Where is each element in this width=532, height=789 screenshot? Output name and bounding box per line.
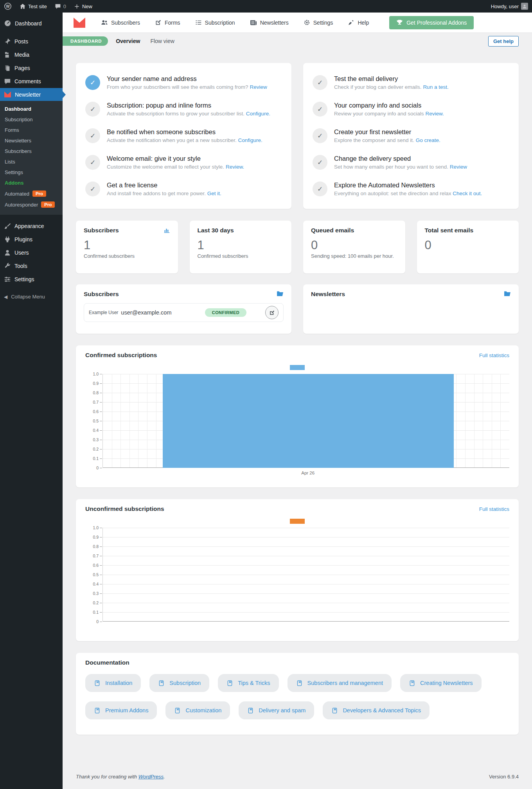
submenu-item-subscribers[interactable]: Subscribers	[0, 146, 63, 156]
plugin-nav-label: Newsletters	[260, 20, 289, 26]
new-content-menu[interactable]: New	[70, 0, 96, 13]
submenu-item-newsletters[interactable]: Newsletters	[0, 135, 63, 146]
check-icon[interactable]: ✓	[313, 155, 327, 170]
comments-bubble[interactable]: 0	[51, 0, 70, 13]
sidebar-item-label: Pages	[14, 65, 30, 71]
doc-button-tips-and-tricks[interactable]: Tips & Tricks	[218, 674, 279, 692]
checklist-row: ✓ Your sender name and address From who …	[76, 63, 519, 209]
doc-button-subscribers-and-management[interactable]: Subscribers and management	[288, 674, 392, 692]
plugin-nav-subscribers[interactable]: Subscribers	[101, 20, 140, 26]
check-it-out-link[interactable]: Check it out.	[453, 191, 482, 196]
run-a-test-link[interactable]: Run a test.	[423, 84, 448, 90]
checklist-item-title: Be notified when someone subscribes	[107, 128, 262, 136]
newsletters-list-card: Newsletters	[303, 284, 519, 334]
sidebar-item-comments[interactable]: Comments	[0, 75, 63, 88]
plugin-nav-subscription[interactable]: Subscription	[195, 19, 235, 26]
sidebar-item-pages[interactable]: Pages	[0, 61, 63, 75]
account-menu[interactable]: Howdy, user	[487, 0, 532, 13]
tab-flow-view[interactable]: Flow view	[150, 38, 174, 44]
go-create-link[interactable]: Go create.	[416, 137, 440, 143]
sidebar-item-settings[interactable]: Settings	[0, 273, 63, 286]
doc-button-customization[interactable]: Customization	[165, 701, 230, 719]
sidebar-item-users[interactable]: Users	[0, 246, 63, 259]
edit-subscriber-button[interactable]	[265, 306, 279, 319]
checklist-item-title: Get a free license	[107, 182, 221, 189]
checklist-item-title: Explore the Automated Newsletters	[334, 182, 482, 189]
check-icon[interactable]: ✓	[85, 155, 100, 170]
full-statistics-link[interactable]: Full statistics	[479, 506, 509, 512]
sidebar-item-newsletter[interactable]: Newsletter	[0, 88, 63, 101]
doc-button-premium-addons[interactable]: Premium Addons	[85, 701, 157, 719]
folder-icon[interactable]	[277, 291, 284, 297]
get-it-link[interactable]: Get it.	[207, 191, 221, 196]
submenu-item-forms[interactable]: Forms	[0, 125, 63, 135]
stat-title: Subscribers	[84, 227, 119, 234]
newsletter-plugin-header: Subscribers Forms Subscription Newslette…	[63, 13, 532, 33]
tab-overview[interactable]: Overview	[116, 38, 140, 44]
get-professional-addons-button[interactable]: Get Professional Addons	[389, 16, 474, 29]
get-help-button[interactable]: Get help	[488, 36, 519, 47]
subscriber-row[interactable]: Example User user@example.com CONFIRMED	[84, 303, 284, 322]
doc-button-subscription[interactable]: Subscription	[149, 674, 209, 692]
card-title: Subscribers	[84, 291, 119, 298]
sidebar-item-tools[interactable]: Tools	[0, 259, 63, 273]
configure-link[interactable]: Configure.	[238, 137, 262, 143]
check-icon[interactable]: ✓	[313, 128, 327, 143]
checklist-item-title: Subscription: popup and inline forms	[107, 102, 270, 109]
plugin-nav-newsletters[interactable]: Newsletters	[250, 20, 289, 26]
check-icon[interactable]: ✓	[85, 128, 100, 143]
comment-bubble-icon	[55, 3, 61, 9]
review-link[interactable]: Review	[250, 84, 267, 90]
configure-link[interactable]: Configure.	[246, 111, 270, 117]
check-icon[interactable]: ✓	[85, 75, 100, 90]
documentation-row: Installation Subscription Tips & Tricks …	[85, 674, 509, 692]
stat-card-queued-emails: Queued emails 0 Sending speed: 100 email…	[303, 221, 405, 273]
submenu-item-settings[interactable]: Settings	[0, 167, 63, 178]
plot-area	[102, 528, 509, 622]
sidebar-item-appearance[interactable]: Appearance	[0, 219, 63, 233]
doc-button-creating-newsletters[interactable]: Creating Newsletters	[400, 674, 482, 692]
y-axis-labels: 00.10.20.30.40.50.60.70.80.91.0	[85, 374, 102, 468]
submenu-item-subscription[interactable]: Subscription	[0, 114, 63, 125]
plugin-nav-help[interactable]: Help	[348, 19, 369, 26]
review-link[interactable]: Review.	[226, 164, 244, 170]
check-icon[interactable]: ✓	[313, 102, 327, 117]
check-icon[interactable]: ✓	[85, 102, 100, 117]
review-link[interactable]: Review	[450, 164, 467, 170]
bar-chart-icon[interactable]	[164, 227, 170, 234]
sidebar-item-dashboard[interactable]: Dashboard	[0, 16, 63, 30]
folder-icon[interactable]	[504, 291, 511, 297]
x-axis-labels	[102, 622, 509, 632]
check-icon[interactable]: ✓	[85, 182, 100, 196]
wordpress-logo-menu[interactable]: W	[0, 0, 16, 13]
checklist-item-desc: Check if your blog can deliver emails.	[334, 84, 422, 90]
submenu-item-dashboard[interactable]: Dashboard	[0, 104, 63, 114]
check-icon[interactable]: ✓	[313, 182, 327, 196]
plugin-nav-forms[interactable]: Forms	[155, 19, 180, 26]
review-link[interactable]: Review.	[425, 111, 444, 117]
doc-button-installation[interactable]: Installation	[85, 674, 141, 692]
submenu-item-addons[interactable]: Addons	[0, 178, 63, 188]
collapse-menu-button[interactable]: ◀ Collapse Menu	[0, 291, 63, 303]
submenu-item-autoresponder[interactable]: AutoresponderPro	[0, 199, 63, 210]
media-icon	[4, 51, 11, 58]
visit-site-link[interactable]: Test site	[16, 0, 51, 13]
sidebar-item-label: Users	[14, 250, 29, 256]
checklist-item: ✓ Create your first newsletter Explore t…	[313, 122, 509, 149]
doc-button-developers-advanced-topics[interactable]: Developers & Advanced Topics	[323, 701, 430, 719]
submenu-item-lists[interactable]: Lists	[0, 156, 63, 167]
sidebar-item-label: Settings	[14, 276, 34, 282]
submenu-item-automated[interactable]: AutomatedPro	[0, 188, 63, 199]
admin-footer: Thank you for creating with WordPress. V…	[63, 774, 532, 787]
wordpress-link[interactable]: WordPress	[138, 774, 164, 780]
full-statistics-link[interactable]: Full statistics	[479, 352, 509, 358]
sidebar-item-plugins[interactable]: Plugins	[0, 233, 63, 246]
checklist-item-title: Test the email delivery	[334, 75, 449, 83]
check-icon[interactable]: ✓	[313, 75, 327, 90]
stat-caption: Confirmed subscribers	[84, 253, 170, 259]
stat-card-subscribers: Subscribers 1 Confirmed subscribers	[76, 221, 178, 273]
sidebar-item-posts[interactable]: Posts	[0, 35, 63, 48]
doc-button-delivery-and-spam[interactable]: Delivery and spam	[239, 701, 314, 719]
sidebar-item-media[interactable]: Media	[0, 48, 63, 61]
plugin-nav-settings[interactable]: Settings	[304, 19, 333, 26]
